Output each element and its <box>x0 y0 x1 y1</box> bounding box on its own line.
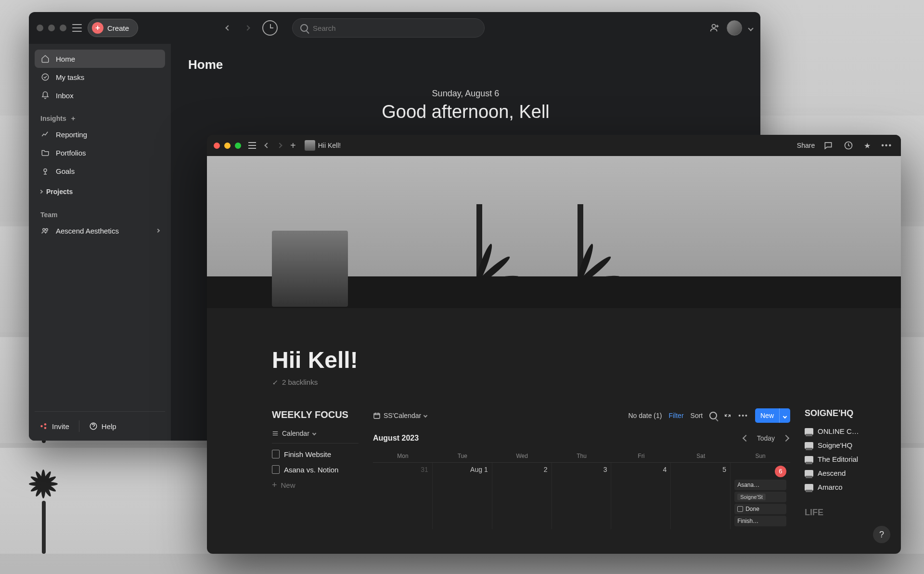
user-avatar[interactable] <box>727 20 742 36</box>
search-icon[interactable] <box>709 412 717 419</box>
backlinks-button[interactable]: 2 backlinks <box>272 378 882 386</box>
sidebar-item-goals[interactable]: Goals <box>35 162 165 180</box>
share-button[interactable]: Share <box>797 142 815 149</box>
laptop-icon <box>805 456 813 463</box>
calendar-cell[interactable]: 6 Asana… Soigne'St Done Finish… <box>731 463 790 529</box>
comments-icon[interactable] <box>821 139 835 152</box>
nav-forward-button[interactable] <box>240 21 255 35</box>
list-item[interactable]: Asana vs. Notion <box>272 462 359 477</box>
laptop-icon <box>805 484 813 491</box>
window-traffic-lights[interactable] <box>214 143 241 149</box>
filter-button[interactable]: Filter <box>668 412 683 419</box>
people-icon <box>40 226 50 235</box>
menu-toggle-icon[interactable] <box>72 24 82 32</box>
link-item[interactable]: Soigne'HQ <box>805 438 882 452</box>
new-label: New <box>755 408 779 423</box>
breadcrumb[interactable]: Hii Kell! <box>305 140 341 151</box>
calendar-cell[interactable]: 2 <box>492 463 552 529</box>
no-date-button[interactable]: No date (1) <box>628 412 662 419</box>
sidebar-item-home[interactable]: Home <box>35 50 165 68</box>
soigne-column: SOIGNE'HQ ONLINE C… Soigne'HQ The Editor… <box>805 408 882 529</box>
calendar-cell[interactable]: 5 <box>671 463 731 529</box>
nav-forward-button[interactable] <box>276 142 283 149</box>
more-icon[interactable]: ••• <box>879 139 894 152</box>
sidebar-label: Goals <box>56 167 75 175</box>
search-input[interactable] <box>313 24 476 32</box>
insights-header: Insights <box>40 115 66 122</box>
calendar-event[interactable]: Soigne'St <box>734 492 786 502</box>
sidebar-item-inbox[interactable]: Inbox <box>35 86 165 104</box>
expand-icon[interactable] <box>724 412 732 419</box>
help-fab[interactable]: ? <box>873 526 890 543</box>
team-header: Team <box>40 211 58 219</box>
updates-icon[interactable] <box>842 139 855 152</box>
add-teammate-icon[interactable] <box>709 23 720 33</box>
help-button[interactable]: Help <box>89 422 116 430</box>
nav-back-button[interactable] <box>221 21 235 35</box>
new-item-button[interactable]: +New <box>272 477 359 493</box>
link-item[interactable]: ONLINE C… <box>805 424 882 438</box>
sidebar-label: Aescend Aesthetics <box>56 227 119 235</box>
more-icon[interactable]: ••• <box>738 412 748 419</box>
search-box[interactable] <box>292 18 485 38</box>
new-tab-button[interactable]: + <box>288 138 298 153</box>
invite-label: Invite <box>52 422 69 430</box>
window-traffic-lights[interactable] <box>37 25 66 31</box>
page-avatar[interactable] <box>272 231 348 307</box>
list-item[interactable]: Finish Website <box>272 446 359 462</box>
search-icon <box>300 24 308 32</box>
sidebar-label: Reporting <box>56 130 87 139</box>
calendar-cell[interactable]: Aug 1 <box>433 463 492 529</box>
nav-back-button[interactable] <box>263 142 271 149</box>
sidebar-label: Portfolios <box>56 149 86 157</box>
create-label: Create <box>107 24 129 32</box>
projects-header: Projects <box>46 188 73 196</box>
create-button[interactable]: + Create <box>88 19 138 37</box>
favorite-star-icon[interactable]: ★ <box>862 139 873 152</box>
link-item[interactable]: Amarco <box>805 480 882 494</box>
svg-point-1 <box>42 74 49 80</box>
invite-button[interactable]: Invite <box>39 422 69 430</box>
notion-window: + Hii Kell! Share ★ ••• Hii Kell! <box>207 135 901 554</box>
date-line: Sunday, August 6 <box>188 89 743 99</box>
sidebar-item-reporting[interactable]: Reporting <box>35 125 165 144</box>
home-icon <box>40 54 50 64</box>
check-circle-icon <box>40 72 50 82</box>
calendar-event[interactable]: Finish… <box>734 516 786 526</box>
prev-month-button[interactable] <box>742 432 750 444</box>
new-dropdown[interactable] <box>779 408 790 423</box>
calendar-cell[interactable]: 3 <box>552 463 612 529</box>
link-item[interactable]: The Editorial <box>805 452 882 466</box>
sidebar-toggle-icon[interactable] <box>246 140 258 151</box>
chevron-right-icon <box>156 229 160 233</box>
new-button[interactable]: New <box>755 408 790 423</box>
checkbox-icon[interactable] <box>737 506 743 512</box>
page-title[interactable]: Hii Kell! <box>272 347 882 373</box>
today-button[interactable]: Today <box>755 432 777 444</box>
sidebar-item-mytasks[interactable]: My tasks <box>35 68 165 86</box>
life-header: LIFE <box>805 508 882 518</box>
projects-toggle[interactable]: Projects <box>35 180 165 198</box>
asana-topbar: + Create <box>29 12 760 44</box>
insights-add-button[interactable]: + <box>71 114 76 122</box>
backlinks-label: 2 backlinks <box>282 378 318 386</box>
laptop-icon <box>805 442 813 449</box>
link-item[interactable]: Aescend <box>805 466 882 480</box>
sidebar-item-team-aescend[interactable]: Aescend Aesthetics <box>35 222 165 240</box>
calendar-event[interactable]: Done <box>734 504 786 514</box>
account-dropdown[interactable] <box>749 24 753 32</box>
calendar-cell[interactable]: 31 <box>373 463 433 529</box>
chevron-down-icon <box>312 431 316 435</box>
calendar-cell[interactable]: 4 <box>611 463 671 529</box>
calendar-column: SS'Calendar No date (1) Filter Sort ••• … <box>373 408 790 529</box>
calendar-view-selector[interactable]: SS'Calendar <box>373 412 427 419</box>
next-month-button[interactable] <box>782 432 790 444</box>
sort-button[interactable]: Sort <box>691 412 703 419</box>
history-icon[interactable] <box>262 20 278 36</box>
weekly-focus-header: WEEKLY FOCUS <box>272 408 359 421</box>
laptop-icon <box>805 428 813 435</box>
sidebar-item-portfolios[interactable]: Portfolios <box>35 144 165 162</box>
calendar-event[interactable]: Asana… <box>734 480 786 490</box>
db-view-selector[interactable]: Calendar <box>272 430 359 437</box>
folder-icon <box>40 148 50 157</box>
